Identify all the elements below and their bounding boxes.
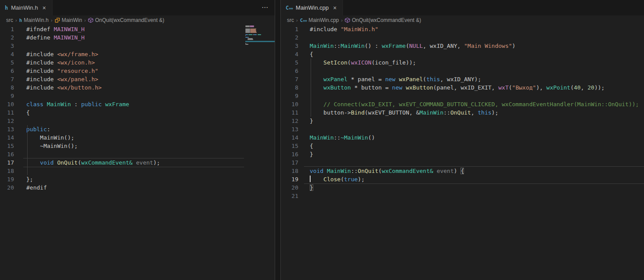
line-content[interactable]: #define MAINWIN_H [26, 33, 275, 42]
line-number[interactable]: 5 [0, 58, 14, 67]
line-content[interactable]: wxPanel * panel = new wxPanel(this, wxID… [310, 75, 644, 83]
line-number[interactable]: 19 [281, 175, 298, 183]
code-line[interactable]: 5 SetIcon(wxICON(icon_file)); [281, 58, 644, 67]
code-line[interactable]: 15 ~MainWin(); [0, 142, 275, 150]
line-content[interactable]: #include <wx/panel.h> [26, 75, 275, 83]
code-line[interactable]: 3MainWin::MainWin() : wxFrame(NULL, wxID… [281, 42, 644, 50]
close-icon[interactable]: × [332, 4, 338, 11]
line-content[interactable]: #endif [26, 183, 275, 192]
line-number[interactable]: 20 [0, 183, 14, 192]
line-number[interactable]: 7 [281, 75, 298, 83]
code-line[interactable]: 17 [281, 158, 644, 167]
line-content[interactable] [26, 92, 275, 100]
line-content[interactable]: ~MainWin(); [26, 142, 275, 150]
code-line[interactable]: 14MainWin::~MainWin() [281, 133, 644, 142]
code-line[interactable]: 2 [281, 33, 644, 42]
line-content[interactable]: button->Bind(wxEVT_BUTTON, &MainWin::OnQ… [310, 108, 644, 117]
line-content[interactable]: { [310, 142, 644, 150]
code-line[interactable]: 1#ifndef MAINWIN_H [0, 25, 275, 33]
code-line[interactable]: 6 [281, 67, 644, 75]
code-line[interactable]: 14 MainWin(); [0, 133, 275, 142]
code-area[interactable]: 1#ifndef MAINWIN_H2#define MAINWIN_H34#i… [0, 25, 275, 192]
line-number[interactable]: 17 [281, 158, 298, 167]
code-line[interactable]: 8#include <wx/button.h> [0, 83, 275, 92]
code-line[interactable]: 21 [281, 192, 644, 200]
line-number[interactable]: 6 [0, 67, 14, 75]
code-line[interactable]: 11 button->Bind(wxEVT_BUTTON, &MainWin::… [281, 108, 644, 117]
line-number[interactable]: 4 [0, 50, 14, 58]
line-content[interactable] [310, 67, 644, 75]
minimap[interactable] [245, 25, 274, 78]
code-editor-right[interactable]: 1#include "MainWin.h"23MainWin::MainWin(… [281, 25, 644, 280]
line-number[interactable]: 4 [281, 50, 298, 58]
line-content[interactable]: #include "resource.h" [26, 67, 275, 75]
line-number[interactable]: 11 [281, 108, 298, 117]
line-content[interactable] [26, 117, 275, 125]
line-number[interactable]: 14 [281, 133, 298, 142]
code-line[interactable]: 12 [0, 117, 275, 125]
line-content[interactable]: #ifndef MAINWIN_H [26, 25, 275, 33]
line-content[interactable] [26, 42, 275, 50]
line-number[interactable]: 15 [0, 142, 14, 150]
breadcrumb-item[interactable]: OnQuit(wxCommandEvent &) [88, 17, 164, 23]
line-number[interactable]: 17 [0, 158, 14, 167]
breadcrumb-item[interactable]: C++MainWin.cpp [300, 17, 339, 23]
code-line[interactable]: 19}; [0, 175, 275, 183]
code-line[interactable]: 3 [0, 42, 275, 50]
line-content[interactable] [26, 167, 275, 175]
breadcrumb-item[interactable]: hMainWin.h [19, 17, 49, 23]
code-line[interactable]: 8 wxButton * button = new wxButton(panel… [281, 83, 644, 92]
code-line[interactable]: 10class MainWin : public wxFrame [0, 100, 275, 108]
line-content[interactable]: } [310, 150, 644, 158]
code-line[interactable]: 5#include <wx/icon.h> [0, 58, 275, 67]
code-line[interactable]: 2#define MAINWIN_H [0, 33, 275, 42]
code-line[interactable]: 17 void OnQuit(wxCommandEvent& event); [0, 158, 275, 167]
code-line[interactable]: 16 [0, 150, 275, 158]
line-number[interactable]: 13 [281, 125, 298, 133]
code-line[interactable]: 13public: [0, 125, 275, 133]
code-line[interactable]: 4{ [281, 50, 644, 58]
code-line[interactable]: 7 wxPanel * panel = new wxPanel(this, wx… [281, 75, 644, 83]
line-number[interactable]: 18 [0, 167, 14, 175]
breadcrumb-item[interactable]: OnQuit(wxCommandEvent &) [345, 17, 421, 23]
tab-mainwin-h[interactable]: h MainWin.h × [0, 0, 53, 15]
code-line[interactable]: 10 // Connect(wxID_EXIT, wxEVT_COMMAND_B… [281, 100, 644, 108]
line-content[interactable]: } [310, 183, 644, 192]
line-content[interactable]: { [310, 50, 644, 58]
line-content[interactable] [310, 33, 644, 42]
line-number[interactable]: 16 [0, 150, 14, 158]
code-line[interactable]: 20} [281, 183, 644, 192]
code-line[interactable]: 1#include "MainWin.h" [281, 25, 644, 33]
line-number[interactable]: 21 [281, 192, 298, 200]
code-line[interactable]: 6#include "resource.h" [0, 67, 275, 75]
line-number[interactable]: 1 [0, 25, 14, 33]
code-line[interactable]: 11{ [0, 108, 275, 117]
line-number[interactable]: 3 [281, 42, 298, 50]
line-number[interactable]: 3 [0, 42, 14, 50]
line-number[interactable]: 8 [281, 83, 298, 92]
line-content[interactable] [310, 92, 644, 100]
line-number[interactable]: 9 [281, 92, 298, 100]
code-line[interactable]: 20#endif [0, 183, 275, 192]
line-content[interactable]: }; [26, 175, 275, 183]
line-number[interactable]: 10 [0, 100, 14, 108]
code-line[interactable]: 13 [281, 125, 644, 133]
line-content[interactable] [310, 192, 644, 200]
breadcrumb-item[interactable]: src [287, 17, 294, 23]
line-number[interactable]: 1 [281, 25, 298, 33]
code-line[interactable]: 12} [281, 117, 644, 125]
line-number[interactable]: 13 [0, 125, 14, 133]
line-number[interactable]: 2 [281, 33, 298, 42]
line-number[interactable]: 20 [281, 183, 298, 192]
breadcrumb-item[interactable]: MainWin [55, 17, 82, 23]
line-content[interactable]: SetIcon(wxICON(icon_file)); [310, 58, 644, 67]
line-content[interactable]: MainWin::~MainWin() [310, 133, 644, 142]
line-content[interactable]: wxButton * button = new wxButton(panel, … [310, 83, 644, 92]
line-number[interactable]: 2 [0, 33, 14, 42]
close-icon[interactable]: × [41, 4, 47, 11]
line-content[interactable]: void OnQuit(wxCommandEvent& event); [26, 158, 275, 167]
line-number[interactable]: 19 [0, 175, 14, 183]
line-content[interactable] [26, 150, 275, 158]
code-area[interactable]: 1#include "MainWin.h"23MainWin::MainWin(… [281, 25, 644, 200]
line-content[interactable] [310, 125, 644, 133]
